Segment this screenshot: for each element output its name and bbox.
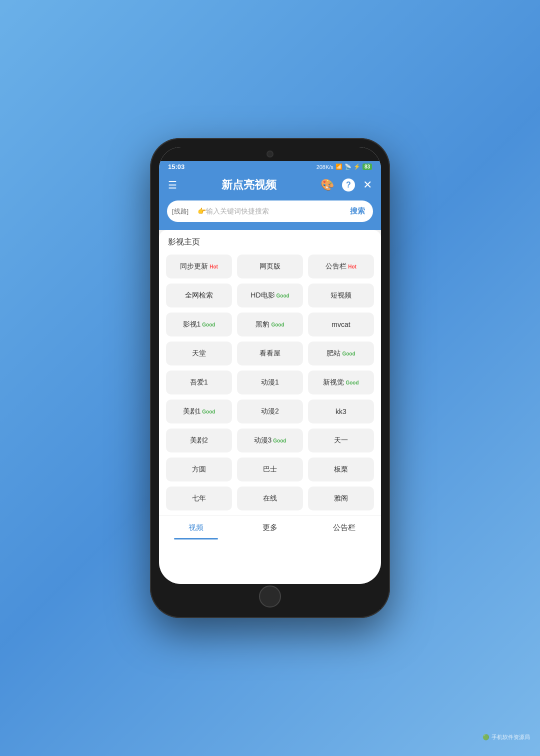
grid-item[interactable]: 动漫1 (237, 370, 303, 394)
header-icons: 🎨 ? ✕ (320, 178, 372, 192)
grid-item[interactable]: 看看屋 (237, 342, 303, 366)
help-icon[interactable]: ? (342, 178, 355, 192)
palette-icon[interactable]: 🎨 (320, 178, 334, 192)
grid-item[interactable]: 动漫3Good (237, 428, 303, 452)
grid-item[interactable]: HD电影Good (237, 284, 303, 308)
grid-item[interactable]: 七年 (166, 486, 232, 510)
charging-icon: ⚡ (354, 164, 360, 170)
status-bar: 15:03 208K/s 📶 📡 ⚡ 83 (159, 161, 381, 172)
bottom-nav-item-更多[interactable]: 更多 (233, 516, 307, 540)
search-prefix: [线路] (167, 207, 194, 216)
signal-icon: 📶 (336, 164, 342, 170)
bottom-nav-item-视频[interactable]: 视频 (159, 516, 233, 540)
grid-item[interactable]: 新视觉Good (308, 370, 374, 394)
battery-level: 83 (362, 164, 372, 170)
network-speed: 208K/s (316, 164, 334, 170)
close-icon[interactable]: ✕ (363, 178, 372, 192)
status-right: 208K/s 📶 📡 ⚡ 83 (316, 164, 372, 170)
watermark: 🟢 手机软件资源局 (482, 734, 530, 741)
grid-item[interactable]: 在线 (237, 486, 303, 510)
menu-icon[interactable]: ☰ (168, 179, 177, 191)
section-title: 影视主页 (159, 230, 381, 252)
app-header: ☰ 新点亮视频 🎨 ? ✕ (159, 172, 381, 200)
grid-item[interactable]: 短视频 (308, 284, 374, 308)
grid: 同步更新Hot网页版公告栏Hot全网检索HD电影Good短视频影视1Good黑豹… (159, 252, 381, 516)
grid-item[interactable]: 同步更新Hot (166, 254, 232, 278)
grid-item[interactable]: 肥站Good (308, 342, 374, 366)
grid-item[interactable]: 方圆 (166, 458, 232, 482)
grid-item[interactable]: 天堂 (166, 342, 232, 366)
grid-item[interactable]: 美剧1Good (166, 400, 232, 424)
search-button[interactable]: 搜索 (342, 200, 373, 222)
bottom-nav-item-公告栏[interactable]: 公告栏 (307, 516, 381, 540)
grid-item[interactable]: 公告栏Hot (308, 254, 374, 278)
grid-item[interactable]: 全网检索 (166, 284, 232, 308)
camera (266, 150, 274, 158)
notch (159, 147, 381, 161)
grid-item[interactable]: 板栗 (308, 458, 374, 482)
search-inner: [线路] 👉输入关键词快捷搜索 搜索 (167, 200, 373, 222)
grid-item[interactable]: 巴士 (237, 458, 303, 482)
home-button-area (159, 584, 381, 609)
search-input[interactable]: 👉输入关键词快捷搜索 (194, 201, 342, 222)
phone-frame: 15:03 208K/s 📶 📡 ⚡ 83 ☰ 新点亮视频 🎨 ? ✕ [线路] (150, 138, 390, 618)
main-content: 影视主页 同步更新Hot网页版公告栏Hot全网检索HD电影Good短视频影视1G… (159, 230, 381, 584)
bottom-nav: 视频更多公告栏 (159, 516, 381, 540)
grid-item[interactable]: 雅阁 (308, 486, 374, 510)
home-button[interactable] (259, 586, 281, 608)
grid-item[interactable]: mvcat (308, 312, 374, 336)
grid-item[interactable]: 影视1Good (166, 312, 232, 336)
grid-item[interactable]: 吾爱1 (166, 370, 232, 394)
grid-item[interactable]: 天一 (308, 428, 374, 452)
grid-item[interactable]: 动漫2 (237, 400, 303, 424)
search-bar: [线路] 👉输入关键词快捷搜索 搜索 (159, 200, 381, 230)
grid-item[interactable]: kk3 (308, 400, 374, 424)
grid-item[interactable]: 黑豹Good (237, 312, 303, 336)
phone-screen: 15:03 208K/s 📶 📡 ⚡ 83 ☰ 新点亮视频 🎨 ? ✕ [线路] (159, 147, 381, 584)
wifi-icon: 📡 (344, 164, 352, 170)
grid-item[interactable]: 网页版 (237, 254, 303, 278)
status-time: 15:03 (168, 163, 184, 170)
app-title: 新点亮视频 (222, 178, 276, 192)
grid-item[interactable]: 美剧2 (166, 428, 232, 452)
